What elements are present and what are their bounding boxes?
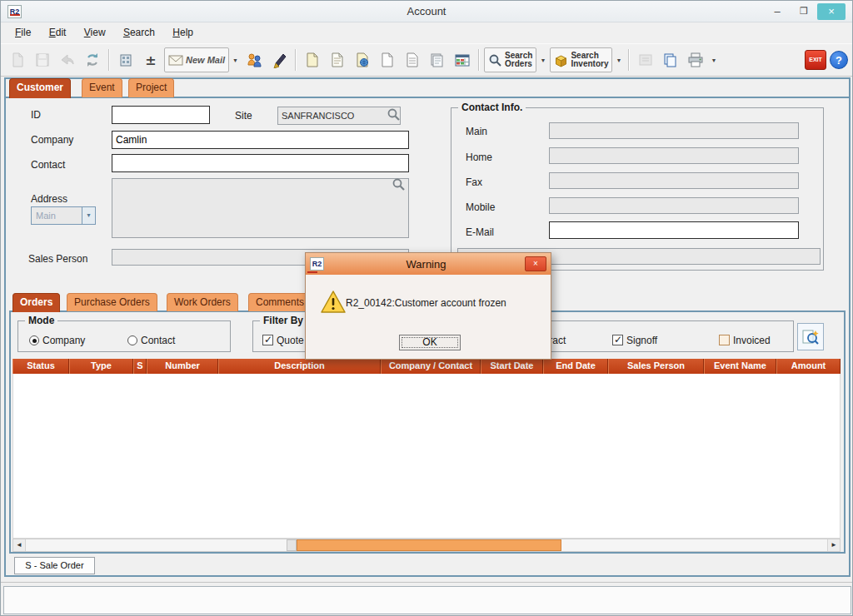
- adjust-icon[interactable]: ±: [139, 47, 162, 72]
- col-start-date[interactable]: Start Date: [481, 359, 543, 374]
- col-number[interactable]: Number: [147, 359, 218, 374]
- warning-dialog: R2 Warning × R2_00142:Customer account f…: [305, 252, 551, 360]
- email-input[interactable]: [549, 221, 799, 239]
- col-end-date[interactable]: End Date: [543, 359, 608, 374]
- document-icon[interactable]: [301, 47, 324, 72]
- col-sales-person[interactable]: Sales Person: [608, 359, 704, 374]
- page-icon[interactable]: [376, 47, 399, 72]
- scrollbar-thumb[interactable]: [297, 539, 561, 551]
- mode-contact-radio[interactable]: Contact: [127, 335, 175, 346]
- search-orders-dropdown-icon[interactable]: ▼: [537, 47, 548, 72]
- document-copy-icon[interactable]: [326, 47, 349, 72]
- col-s[interactable]: S: [133, 359, 147, 374]
- new-mail-button[interactable]: New Mail: [164, 47, 229, 72]
- tab-customer[interactable]: Customer: [9, 78, 71, 98]
- site-search-icon[interactable]: [386, 107, 401, 122]
- col-event-name[interactable]: Event Name: [704, 359, 776, 374]
- orders-table-body[interactable]: [12, 374, 841, 539]
- menu-view[interactable]: View: [77, 23, 113, 42]
- col-amount[interactable]: Amount: [776, 359, 841, 374]
- tab-purchase-orders[interactable]: Purchase Orders: [67, 293, 157, 311]
- refresh-icon[interactable]: [81, 47, 104, 72]
- menu-edit[interactable]: Edit: [42, 23, 74, 42]
- menu-file[interactable]: File: [7, 23, 38, 42]
- company-input[interactable]: [112, 131, 409, 149]
- mode-company-radio[interactable]: Company: [29, 335, 85, 346]
- phone-main-label: Main: [466, 126, 487, 137]
- scroll-right-icon[interactable]: ►: [827, 539, 840, 551]
- search-inventory-button[interactable]: Search Inventory: [550, 47, 612, 72]
- scrollbar-grip[interactable]: [287, 539, 297, 551]
- filter-search-icon: [801, 328, 820, 346]
- signoff-checkbox[interactable]: Signoff: [612, 335, 657, 346]
- checkbox-icon: [612, 335, 623, 345]
- site-icon[interactable]: [114, 47, 137, 72]
- col-type[interactable]: Type: [69, 359, 133, 374]
- scroll-left-icon[interactable]: ◄: [13, 539, 26, 551]
- page-lines-icon[interactable]: [401, 47, 424, 72]
- invoiced-checkbox[interactable]: Invoiced: [719, 335, 771, 346]
- exit-button[interactable]: EXIT: [805, 50, 826, 70]
- new-mail-dropdown-icon[interactable]: ▼: [230, 47, 241, 72]
- search-inventory-dropdown-icon[interactable]: ▼: [613, 47, 624, 72]
- minimize-button[interactable]: –: [766, 3, 789, 20]
- new-mail-label: New Mail: [186, 55, 225, 65]
- new-record-icon[interactable]: [6, 47, 29, 72]
- tab-comments[interactable]: Comments: [248, 293, 312, 311]
- search-orders-button[interactable]: Search Orders: [484, 47, 536, 72]
- inventory-box-icon: [554, 53, 568, 67]
- phone-home-label: Home: [466, 152, 492, 163]
- stacked-pages-icon[interactable]: [426, 47, 449, 72]
- quote-checkbox[interactable]: Quote: [262, 335, 304, 346]
- help-button[interactable]: ?: [830, 51, 848, 69]
- site-field[interactable]: SANFRANCISCO: [277, 107, 401, 125]
- print-dropdown-icon[interactable]: ▼: [708, 47, 719, 72]
- address-type-value: Main: [36, 211, 56, 221]
- col-description[interactable]: Description: [218, 359, 381, 374]
- col-company-contact[interactable]: Company / Contact: [381, 359, 481, 374]
- spreadsheet-icon[interactable]: [451, 47, 474, 72]
- id-input[interactable]: [112, 106, 210, 124]
- save-icon[interactable]: [31, 47, 54, 72]
- close-button[interactable]: ×: [817, 3, 846, 20]
- warning-message: R2_00142:Customer account frozen: [346, 297, 506, 309]
- horizontal-scrollbar[interactable]: ◄ ►: [12, 539, 841, 552]
- menu-help[interactable]: Help: [165, 23, 201, 42]
- tab-project[interactable]: Project: [128, 78, 174, 97]
- id-label: ID: [31, 109, 41, 121]
- menubar: File Edit View Search Help: [1, 23, 852, 43]
- window-title: Account: [1, 1, 852, 22]
- warning-dialog-close-icon[interactable]: ×: [525, 256, 546, 271]
- copy-pages-icon[interactable]: [659, 47, 682, 72]
- web-document-icon[interactable]: [351, 47, 374, 72]
- maximize-button[interactable]: ❒: [792, 3, 816, 20]
- signature-pen-icon[interactable]: [267, 47, 291, 72]
- contacts-icon[interactable]: [242, 47, 266, 72]
- contact-input[interactable]: [112, 154, 409, 172]
- ok-button[interactable]: OK: [399, 335, 461, 350]
- tab-orders[interactable]: Orders: [12, 293, 60, 312]
- warning-triangle-icon: [320, 290, 347, 314]
- filter-search-button[interactable]: [797, 323, 824, 350]
- email-label: E-Mail: [466, 226, 494, 238]
- radio-icon: [29, 335, 39, 345]
- print-icon[interactable]: [684, 47, 707, 72]
- chevron-down-icon[interactable]: ▼: [82, 207, 95, 224]
- filter-by-title: Filter By: [260, 315, 307, 326]
- tab-work-orders[interactable]: Work Orders: [167, 293, 238, 311]
- address-search-icon[interactable]: [391, 177, 406, 192]
- address-field[interactable]: [112, 178, 409, 238]
- address-type-dropdown[interactable]: Main ▼: [31, 206, 96, 225]
- orders-table-header: Status Type S Number Description Company…: [12, 359, 841, 374]
- toolbar-separator: [478, 49, 480, 71]
- status-bar: [3, 586, 851, 614]
- toolbar-separator: [108, 49, 110, 71]
- menu-search[interactable]: Search: [116, 23, 162, 42]
- checkbox-icon: [262, 335, 273, 345]
- undo-icon[interactable]: [56, 47, 79, 72]
- export-icon[interactable]: [634, 47, 657, 72]
- tab-event[interactable]: Event: [82, 78, 122, 97]
- col-status[interactable]: Status: [12, 359, 69, 374]
- contact-info-title: Contact Info.: [458, 102, 526, 113]
- fax-label: Fax: [466, 176, 482, 188]
